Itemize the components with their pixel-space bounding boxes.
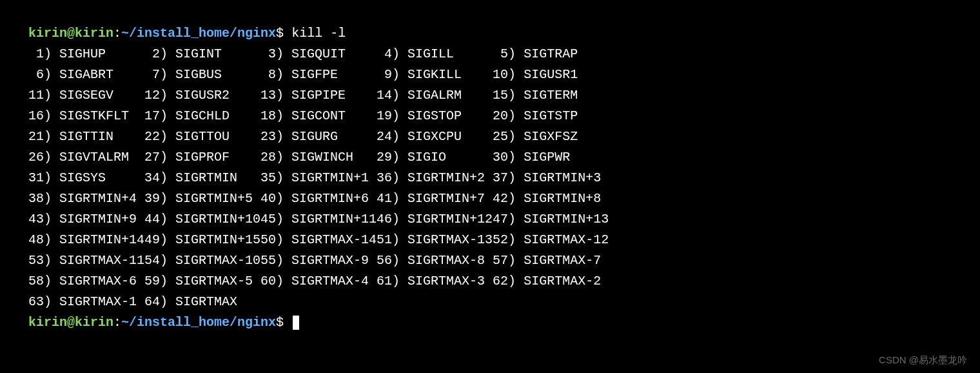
command-input[interactable] — [284, 315, 291, 330]
terminal-prompt-line-1: kirin@kirin:~/install_home/nginx$ kill -… — [28, 23, 952, 44]
prompt-path: ~/install_home/nginx — [121, 26, 276, 41]
watermark-text: CSDN @易水墨龙吟 — [879, 352, 967, 368]
prompt-host: kirin — [75, 26, 113, 41]
signal-row: 43) SIGRTMIN+9 44) SIGRTMIN+1045) SIGRTM… — [28, 209, 952, 230]
prompt-host: kirin — [75, 315, 113, 330]
signal-row: 31) SIGSYS 34) SIGRTMIN 35) SIGRTMIN+1 3… — [28, 168, 952, 188]
prompt-user: kirin — [28, 315, 67, 330]
prompt-colon: : — [113, 315, 121, 330]
signal-row: 11) SIGSEGV 12) SIGUSR2 13) SIGPIPE 14) … — [28, 85, 952, 106]
signal-row: 58) SIGRTMAX-6 59) SIGRTMAX-5 60) SIGRTM… — [28, 271, 952, 292]
signal-row: 6) SIGABRT 7) SIGBUS 8) SIGFPE 9) SIGKIL… — [28, 65, 952, 85]
signal-row: 48) SIGRTMIN+1449) SIGRTMIN+1550) SIGRTM… — [28, 230, 952, 250]
signal-row: 1) SIGHUP 2) SIGINT 3) SIGQUIT 4) SIGILL… — [28, 44, 952, 65]
command-text: kill -l — [284, 26, 346, 41]
prompt-dollar: $ — [276, 315, 284, 330]
signal-row: 63) SIGRTMAX-1 64) SIGRTMAX — [28, 292, 952, 312]
prompt-dollar: $ — [276, 26, 284, 41]
signal-list-output: 1) SIGHUP 2) SIGINT 3) SIGQUIT 4) SIGILL… — [28, 44, 952, 312]
prompt-colon: : — [113, 26, 121, 41]
prompt-user: kirin — [28, 26, 67, 41]
prompt-at: @ — [67, 26, 75, 41]
cursor-icon — [293, 316, 299, 330]
signal-row: 16) SIGSTKFLT 17) SIGCHLD 18) SIGCONT 19… — [28, 106, 952, 126]
prompt-path: ~/install_home/nginx — [121, 315, 276, 330]
signal-row: 38) SIGRTMIN+4 39) SIGRTMIN+5 40) SIGRTM… — [28, 188, 952, 209]
signal-row: 26) SIGVTALRM 27) SIGPROF 28) SIGWINCH 2… — [28, 147, 952, 168]
signal-row: 53) SIGRTMAX-1154) SIGRTMAX-1055) SIGRTM… — [28, 250, 952, 271]
terminal-prompt-line-2[interactable]: kirin@kirin:~/install_home/nginx$ — [28, 312, 952, 333]
signal-row: 21) SIGTTIN 22) SIGTTOU 23) SIGURG 24) S… — [28, 126, 952, 147]
prompt-at: @ — [67, 315, 75, 330]
